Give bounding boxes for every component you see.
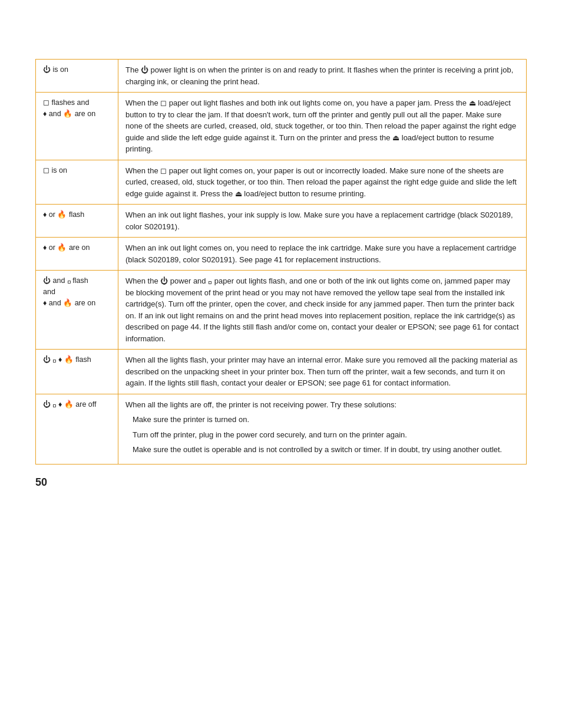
indicator-cell: ♦ or 🔥 are on — [36, 238, 118, 271]
table-row: ⏻ is onThe ⏻ power light is on when the … — [36, 60, 527, 93]
description-cell: The ⏻ power light is on when the printer… — [118, 60, 527, 93]
indicator-cell: ⏻ ◻ ♦ 🔥 are off — [36, 394, 118, 464]
description-cell: When an ink out light flashes, your ink … — [118, 205, 527, 238]
description-cell: When all the lights are off, the printer… — [118, 394, 527, 464]
description-cell: When an ink out light comes on, you need… — [118, 238, 527, 271]
table-row: ♦ or 🔥 are onWhen an ink out light comes… — [36, 238, 527, 271]
indicator-table: ⏻ is onThe ⏻ power light is on when the … — [35, 59, 527, 465]
list-item: Turn off the printer, plug in the power … — [125, 429, 519, 441]
list-item: Make sure the printer is turned on. — [125, 414, 519, 426]
description-cell: When all the lights flash, your printer … — [118, 350, 527, 394]
indicator-cell: ♦ or 🔥 flash — [36, 205, 118, 238]
list-item: Make sure the outlet is operable and is … — [125, 444, 519, 456]
indicator-cell: ⏻ ◻ ♦ 🔥 flash — [36, 350, 118, 394]
page-number: 50 — [35, 476, 527, 489]
indicator-cell: ◻ is on — [36, 160, 118, 205]
table-row: ◻ is onWhen the ◻ paper out light comes … — [36, 160, 527, 205]
table-row: ⏻ ◻ ♦ 🔥 are offWhen all the lights are o… — [36, 394, 527, 464]
table-row: ⏻ ◻ ♦ 🔥 flashWhen all the lights flash, … — [36, 350, 527, 394]
table-row: ◻ flashes and♦ and 🔥 are onWhen the ◻ pa… — [36, 93, 527, 160]
page-wrapper: ⏻ is onThe ⏻ power light is on when the … — [35, 12, 527, 489]
indicator-cell: ⏻ is on — [36, 60, 118, 93]
description-cell: When the ◻ paper out light flashes and b… — [118, 93, 527, 160]
description-cell: When the ⏻ power and ◻ paper out lights … — [118, 271, 527, 350]
table-row: ♦ or 🔥 flashWhen an ink out light flashe… — [36, 205, 527, 238]
indicator-cell: ◻ flashes and♦ and 🔥 are on — [36, 93, 118, 160]
table-row: ⏻ and ◻ flashand♦ and 🔥 are onWhen the ⏻… — [36, 271, 527, 350]
description-cell: When the ◻ paper out light comes on, you… — [118, 160, 527, 205]
indicator-cell: ⏻ and ◻ flashand♦ and 🔥 are on — [36, 271, 118, 350]
